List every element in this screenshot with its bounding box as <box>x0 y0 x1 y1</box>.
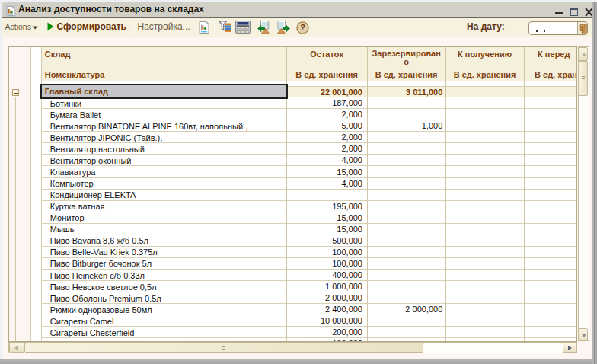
svg-text:?: ? <box>300 23 305 32</box>
